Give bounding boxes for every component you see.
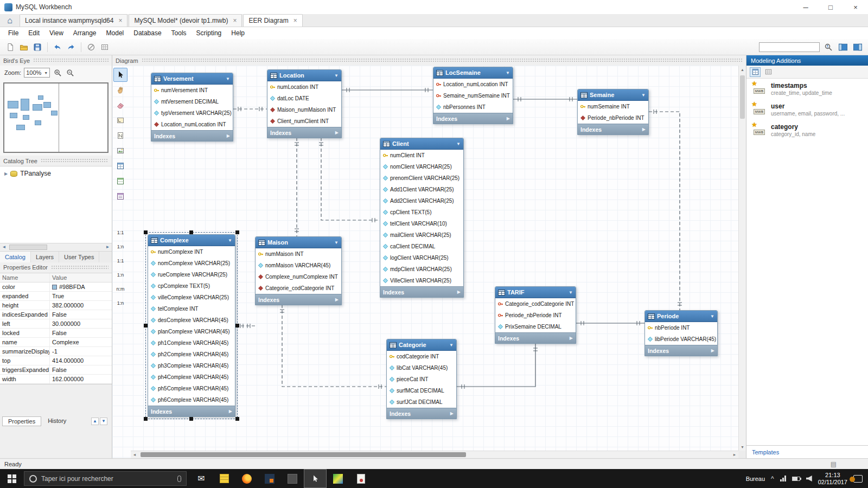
save-icon[interactable] [31, 42, 43, 53]
table-header[interactable]: TARIF▼ [495, 287, 576, 298]
tool-pan[interactable] [113, 83, 127, 97]
table-complexe[interactable]: Complexe▼numComplexe INTnomComplexe VARC… [148, 234, 235, 417]
notepad-icon[interactable] [213, 469, 235, 488]
column-ruecomplexe[interactable]: rueComplexe VARCHAR(25) [148, 269, 235, 280]
tool-view[interactable] [113, 174, 127, 188]
column-numsemaine[interactable]: numSemaine INT [578, 101, 648, 112]
column-nommaison[interactable]: nomMaison VARCHAR(45) [256, 260, 341, 271]
list-view-icon[interactable] [763, 67, 774, 77]
app-dark-icon[interactable] [258, 469, 281, 488]
grid-icon[interactable] [99, 42, 111, 53]
column-ph3complexe[interactable]: ph3Complexe VARCHAR(45) [148, 360, 235, 371]
horizontal-scrollbar[interactable]: ◄ ► [131, 451, 738, 458]
property-value[interactable]: True [50, 292, 112, 300]
column-cpcomplexe[interactable]: cpComplexe TEXT(5) [148, 280, 235, 292]
menu-file[interactable]: File [3, 29, 23, 37]
scroll-left-icon[interactable]: ◄ [0, 245, 8, 249]
tool-delete[interactable] [113, 98, 127, 112]
undo-icon[interactable] [52, 42, 63, 53]
column-ph2complexe[interactable]: ph2Complexe VARCHAR(45) [148, 349, 235, 360]
property-value[interactable]: 30.000000 [50, 319, 112, 328]
collapse-icon[interactable]: ▼ [226, 76, 230, 81]
maximize-button[interactable]: □ [818, 0, 843, 14]
menu-scripting[interactable]: Scripting [192, 29, 227, 37]
column-plancomplexe[interactable]: planComplexe VARCHAR(45) [148, 326, 235, 337]
column-piececat[interactable]: pieceCat INT [387, 374, 456, 385]
table-periode[interactable]: Periode▼nbPeriode INTlibPeriode VARCHAR(… [644, 310, 718, 356]
table-client[interactable]: Client▼numClient INTnomClient VARCHAR(25… [380, 138, 464, 298]
selection-handle[interactable] [144, 417, 148, 421]
collapse-icon[interactable]: ▼ [456, 142, 461, 146]
selection-handle[interactable] [144, 324, 148, 328]
selection-handle[interactable] [189, 230, 193, 234]
addition-category[interactable]: ★MWBcategorycategory_id, name [746, 120, 868, 140]
new-document-icon[interactable] [4, 42, 16, 53]
sidebar-toggle-left-icon[interactable] [837, 42, 849, 53]
selection-handle[interactable] [235, 417, 239, 421]
scroll-right-icon[interactable]: ► [104, 245, 112, 249]
envelope-icon[interactable]: ✉ [190, 469, 213, 488]
column-nummaison[interactable]: numMaison INT [256, 248, 341, 260]
indexes-bar[interactable]: Indexes▶ [578, 124, 648, 134]
column-numcomplexe[interactable]: numComplexe INT [148, 246, 235, 258]
column-surfjcat[interactable]: surfJCat DECIMAL [387, 396, 456, 408]
notification-center-icon[interactable] [853, 475, 863, 483]
dock-down-icon[interactable]: ▼ [100, 418, 107, 425]
scroll-down-icon[interactable]: ▼ [739, 443, 746, 451]
taskbar-clock[interactable]: 21:13 02/11/2017 [818, 472, 847, 486]
find-icon[interactable] [822, 42, 834, 53]
indexes-bar[interactable]: Indexes▶ [645, 345, 717, 356]
page-icon[interactable]: ▤ [831, 460, 864, 468]
browser-icon[interactable] [235, 469, 258, 488]
indexes-bar[interactable]: Indexes▶ [148, 406, 235, 416]
relation-tool-3[interactable]: 1:1 [113, 254, 127, 267]
relation-tool-6[interactable]: 1:n [113, 297, 127, 310]
column-numversement[interactable]: numVersement INT [151, 85, 233, 96]
column-client_numclient[interactable]: Client_numClient INT [267, 115, 341, 127]
tool-select[interactable] [113, 68, 127, 82]
property-value[interactable]: 414.000000 [50, 356, 112, 365]
tool-routine-group[interactable] [113, 189, 127, 203]
tool-note[interactable] [113, 129, 127, 143]
tool-layer[interactable] [113, 113, 127, 127]
table-categorie[interactable]: Categorie▼codCategorie INTlibCat VARCHAR… [386, 339, 457, 419]
indexes-bar[interactable]: Indexes▶ [495, 332, 576, 343]
tab-catalog[interactable]: Catalog [0, 252, 31, 262]
tab-properties[interactable]: Properties [2, 416, 41, 426]
property-value[interactable]: #98BFDA [50, 282, 112, 291]
column-telclient[interactable]: telClient VARCHAR(10) [380, 218, 463, 229]
column-categorie_codcategorie[interactable]: Categorie_codCategorie INT [495, 298, 576, 310]
zoom-out-icon[interactable] [65, 68, 75, 78]
column-codcategorie[interactable]: codCategorie INT [387, 351, 456, 362]
property-value[interactable]: -1 [50, 347, 112, 356]
collapse-icon[interactable]: ▼ [334, 73, 339, 78]
table-header[interactable]: Location▼ [267, 70, 341, 81]
menu-tools[interactable]: Tools [167, 29, 192, 37]
minimize-button[interactable]: ─ [793, 0, 818, 14]
tab-history[interactable]: History [42, 416, 72, 426]
property-value[interactable]: False [50, 365, 112, 374]
addition-timestamps[interactable]: ★MWBtimestampscreate_time, update_time [746, 79, 868, 99]
open-folder-icon[interactable] [18, 42, 30, 53]
sidebar-toggle-right-icon[interactable] [852, 42, 864, 53]
dock-up-icon[interactable]: ▲ [91, 418, 99, 425]
column-periode_nbperiode[interactable]: Periode_nbPeriode INT [495, 310, 576, 321]
tool-image[interactable] [113, 144, 127, 158]
taskbar-search[interactable]: Taper ici pour rechercher [24, 471, 187, 486]
scroll-up-icon[interactable]: ▲ [739, 66, 746, 73]
column-datloc[interactable]: datLoc DATE [267, 93, 341, 104]
templates-link[interactable]: Templates [746, 445, 868, 458]
column-location_numlocation[interactable]: Location_numLocation INT [433, 79, 513, 90]
table-header[interactable]: LocSemaine▼ [433, 67, 513, 79]
indexes-bar[interactable]: Indexes▶ [433, 113, 513, 124]
column-complexe_numcomplexe[interactable]: Complexe_numComplexe INT [256, 271, 341, 282]
column-telcomplexe[interactable]: telComplexe INT [148, 303, 235, 314]
property-value[interactable]: 162.000000 [50, 375, 112, 383]
relation-tool-2[interactable]: 1:n [113, 240, 127, 253]
tab-user-types[interactable]: User Types [59, 252, 99, 262]
column-libcat[interactable]: libCat VARCHAR(45) [387, 362, 456, 374]
menu-arrange[interactable]: Arrange [68, 29, 101, 37]
tab-local-instance-wampmysqld64[interactable]: Local instance wampmysqld64× [20, 14, 127, 27]
table-locsemaine[interactable]: LocSemaine▼Location_numLocation INTSemai… [433, 67, 513, 124]
birds-eye-minimap[interactable] [3, 82, 108, 153]
